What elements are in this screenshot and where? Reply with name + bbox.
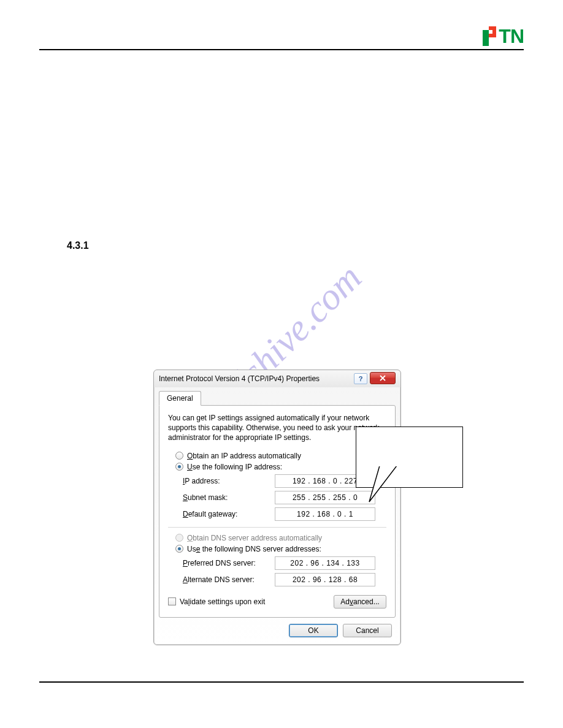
radio-icon [175,452,183,460]
alternate-dns-input[interactable]: 202 . 96 . 128 . 68 [275,573,375,586]
ip-address-label: IP address: [183,477,275,485]
ip-address-group: Obtain an IP address automatically Use t… [168,452,386,521]
close-button[interactable] [370,372,396,384]
radio-label: Use the following IP address: [187,463,282,471]
callout-pointer-icon [369,466,412,502]
dns-group: Obtain DNS server address automatically … [168,534,386,586]
dialog-titlebar[interactable]: Internet Protocol Version 4 (TCP/IPv4) P… [154,370,400,387]
subnet-mask-input[interactable]: 255 . 255 . 255 . 0 [275,491,375,504]
svg-rect-2 [489,30,492,34]
svg-marker-4 [369,466,397,502]
cancel-button[interactable]: Cancel [343,624,392,637]
alternate-dns-label: Alternate DNS server: [183,575,275,584]
radio-use-following-ip[interactable]: Use the following IP address: [175,463,386,471]
ok-button[interactable]: OK [289,624,338,637]
subnet-mask-row: Subnet mask: 255 . 255 . 255 . 0 [183,491,386,504]
preferred-dns-label: Preferred DNS server: [183,559,275,567]
advanced-button[interactable]: Advanced... [334,595,386,609]
validate-row: Validate settings upon exit Advanced... [168,595,386,609]
validate-checkbox[interactable] [168,597,176,605]
preferred-dns-input[interactable]: 202 . 96 . 134 . 133 [275,556,375,570]
default-gateway-input[interactable]: 192 . 168 . 0 . 1 [275,507,375,521]
radio-label: Obtain an IP address automatically [187,452,301,460]
dialog-title: Internet Protocol Version 4 (TCP/IPv4) P… [159,374,354,383]
dialog-button-row: OK Cancel [154,618,400,645]
ptn-logo: TN [483,25,524,48]
group-divider [168,527,386,528]
page-header: TN [39,23,524,50]
radio-icon [175,463,183,471]
document-page: TN 4.3.1 manualshive.com Internet Protoc… [0,0,563,728]
radio-obtain-ip-auto[interactable]: Obtain an IP address automatically [175,452,386,460]
radio-obtain-dns-auto: Obtain DNS server address automatically [175,534,386,542]
preferred-dns-row: Preferred DNS server: 202 . 96 . 134 . 1… [183,556,386,570]
subnet-mask-label: Subnet mask: [183,493,275,502]
logo-text: TN [499,25,524,48]
radio-icon [175,545,183,553]
default-gateway-row: Default gateway: 192 . 168 . 0 . 1 [183,507,386,521]
logo-p-icon [483,26,497,46]
alternate-dns-row: Alternate DNS server: 202 . 96 . 128 . 6… [183,573,386,586]
help-button[interactable]: ? [354,373,367,384]
ipv4-properties-dialog: Internet Protocol Version 4 (TCP/IPv4) P… [153,370,401,645]
close-icon [380,375,386,381]
tab-strip: General [154,387,400,406]
svg-rect-0 [483,30,489,46]
default-gateway-label: Default gateway: [183,510,275,518]
radio-label: Use the following DNS server addresses: [187,545,321,553]
panel-description: You can get IP settings assigned automat… [168,413,386,443]
page-footer-rule [39,681,524,683]
svg-rect-5 [379,466,397,466]
validate-label: Validate settings upon exit [180,597,265,606]
radio-label: Obtain DNS server address automatically [187,534,322,542]
radio-use-following-dns[interactable]: Use the following DNS server addresses: [175,545,386,553]
tab-general[interactable]: General [159,391,201,406]
radio-icon [175,534,183,542]
section-number: 4.3.1 [67,240,524,251]
